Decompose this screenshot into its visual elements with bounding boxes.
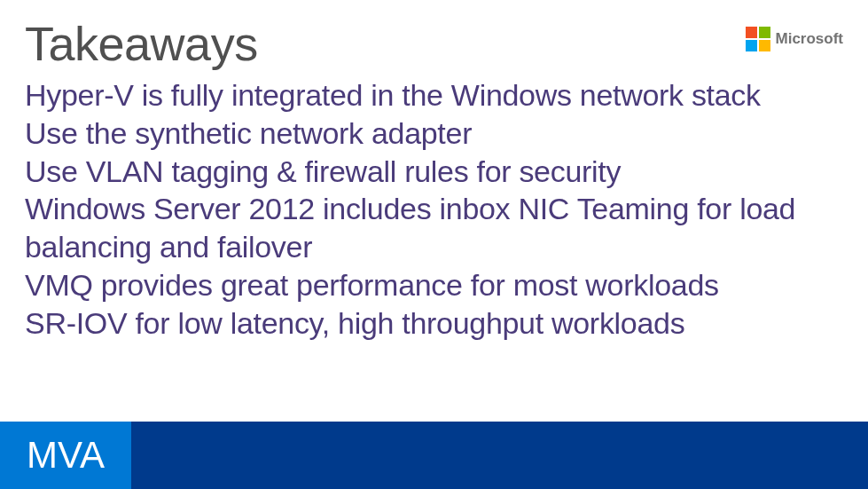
mva-text: MVA	[27, 434, 105, 477]
logo-square-red	[746, 27, 757, 38]
slide-content: Hyper-V is fully integrated in the Windo…	[0, 71, 868, 343]
bullet-item: Use the synthetic network adapter	[25, 114, 843, 153]
footer-bar	[131, 422, 868, 489]
bullet-item: VMQ provides great performance for most …	[25, 266, 843, 304]
bullet-item: Hyper-V is fully integrated in the Windo…	[25, 76, 843, 114]
slide-header: Takeaways Microsoft	[0, 0, 868, 71]
microsoft-logo-text: Microsoft	[776, 30, 844, 48]
bullet-item: Use VLAN tagging & firewall rules for se…	[25, 153, 843, 191]
logo-square-blue	[746, 40, 757, 51]
microsoft-logo: Microsoft	[746, 27, 844, 51]
slide-title: Takeaways	[25, 16, 258, 71]
bullet-item: Windows Server 2012 includes inbox NIC T…	[25, 190, 843, 266]
logo-square-yellow	[759, 40, 770, 51]
mva-badge: MVA	[0, 422, 131, 489]
slide-footer: MVA	[0, 422, 868, 489]
logo-square-green	[759, 27, 770, 38]
bullet-item: SR-IOV for low latency, high throughput …	[25, 304, 843, 343]
microsoft-logo-icon	[746, 27, 770, 51]
